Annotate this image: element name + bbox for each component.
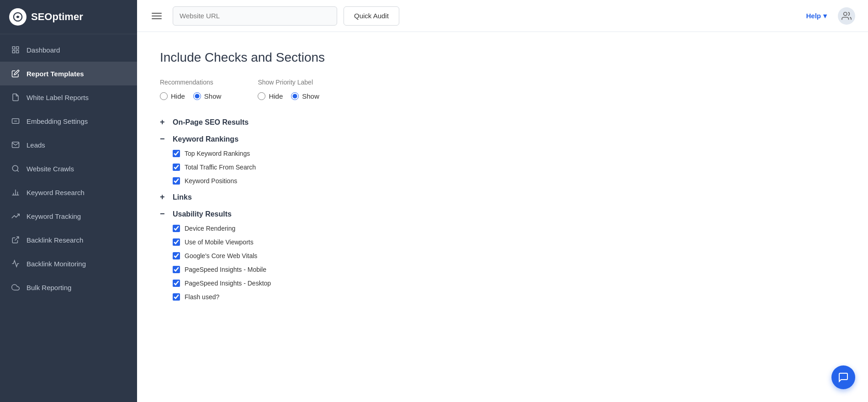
mobile-viewports-label: Use of Mobile Viewports <box>185 238 254 246</box>
core-web-vitals-label: Google's Core Web Vitals <box>185 252 257 259</box>
priority-radio-group: Hide Show <box>258 92 319 100</box>
header: Quick Audit Help ▾ <box>137 0 868 32</box>
sidebar-item-white-label[interactable]: White Label Reports <box>0 85 137 109</box>
top-keyword-rankings-label: Top Keyword Rankings <box>185 150 250 157</box>
cloud-icon <box>11 283 20 292</box>
search-icon <box>11 164 20 173</box>
sidebar-item-dashboard[interactable]: Dashboard <box>0 38 137 62</box>
hamburger-line <box>152 16 162 16</box>
section-usability-results[interactable]: − Usability Results <box>160 205 845 222</box>
section-on-page-seo[interactable]: + On-Page SEO Results <box>160 113 845 130</box>
section-keyword-rankings-label: Keyword Rankings <box>173 135 238 143</box>
core-web-vitals-checkbox[interactable] <box>173 252 180 259</box>
svg-rect-3 <box>12 51 15 53</box>
sidebar-item-label: Keyword Tracking <box>26 212 81 220</box>
section-links-label: Links <box>173 193 192 201</box>
top-keyword-rankings-checkbox[interactable] <box>173 150 180 157</box>
toggle-usability-results: − <box>160 209 169 219</box>
total-traffic-label: Total Traffic From Search <box>185 164 256 171</box>
sidebar-item-leads[interactable]: Leads <box>0 133 137 157</box>
sidebar-item-label: Embedding Settings <box>26 117 88 125</box>
trending-icon <box>11 212 20 221</box>
device-rendering-checkbox[interactable] <box>173 225 180 232</box>
keyword-positions-label: Keyword Positions <box>185 177 237 185</box>
sidebar-item-label: Bulk Reporting <box>26 284 71 291</box>
mobile-viewports-checkbox[interactable] <box>173 238 180 246</box>
grid-icon <box>11 45 20 54</box>
logo-icon <box>9 8 26 26</box>
flash-used-checkbox[interactable] <box>173 293 180 301</box>
help-label: Help <box>806 12 821 20</box>
list-item: Keyword Positions <box>160 174 845 188</box>
sidebar-item-website-crawls[interactable]: Website Crawls <box>0 157 137 180</box>
line-chart-icon <box>11 259 20 268</box>
sidebar-item-label: Report Templates <box>26 70 84 78</box>
embed-icon <box>11 116 20 126</box>
recommendations-show-label: Show <box>204 92 222 100</box>
sidebar-item-label: Dashboard <box>26 46 60 54</box>
sidebar-item-backlink-research[interactable]: Backlink Research <box>0 228 137 252</box>
bar-chart-icon <box>11 188 20 197</box>
svg-rect-2 <box>16 47 19 49</box>
sidebar-item-report-templates[interactable]: Report Templates <box>0 62 137 85</box>
sidebar-item-keyword-research[interactable]: Keyword Research <box>0 180 137 204</box>
page-title: Include Checks and Sections <box>160 50 845 65</box>
recommendations-radio-group: Hide Show <box>160 92 221 100</box>
section-keyword-rankings[interactable]: − Keyword Rankings <box>160 130 845 147</box>
priority-label-group: Show Priority Label Hide Show <box>258 79 319 100</box>
recommendations-hide-label: Hide <box>171 92 185 100</box>
pagespeed-mobile-checkbox[interactable] <box>173 266 180 273</box>
sidebar-item-label: Leads <box>26 141 45 149</box>
section-usability-results-label: Usability Results <box>173 210 232 218</box>
sidebar-item-backlink-monitoring[interactable]: Backlink Monitoring <box>0 252 137 275</box>
chevron-down-icon: ▾ <box>823 12 827 20</box>
svg-line-8 <box>17 170 18 171</box>
hamburger-line <box>152 18 162 19</box>
hamburger-button[interactable] <box>150 11 164 21</box>
sidebar-item-label: Website Crawls <box>26 165 74 173</box>
total-traffic-checkbox[interactable] <box>173 164 180 171</box>
keyword-rankings-items: Top Keyword Rankings Total Traffic From … <box>160 147 845 188</box>
svg-rect-4 <box>16 51 19 53</box>
pagespeed-mobile-label: PageSpeed Insights - Mobile <box>185 266 266 273</box>
priority-hide-radio[interactable] <box>258 92 265 100</box>
document-icon <box>11 93 20 102</box>
url-input[interactable] <box>173 6 337 26</box>
list-item: Google's Core Web Vitals <box>160 249 845 263</box>
nav-items: Dashboard Report Templates White Label R… <box>0 34 137 303</box>
quick-audit-button[interactable]: Quick Audit <box>344 6 399 26</box>
sidebar-item-embedding[interactable]: Embedding Settings <box>0 109 137 133</box>
recommendations-label: Recommendations <box>160 79 221 86</box>
priority-hide-label: Hide <box>269 92 283 100</box>
svg-point-14 <box>844 12 847 15</box>
sidebar-item-bulk-reporting[interactable]: Bulk Reporting <box>0 275 137 299</box>
sidebar-item-keyword-tracking[interactable]: Keyword Tracking <box>0 204 137 228</box>
list-item: Total Traffic From Search <box>160 160 845 174</box>
usability-results-items: Device Rendering Use of Mobile Viewports… <box>160 222 845 304</box>
toggle-keyword-rankings: − <box>160 134 169 144</box>
list-item: Top Keyword Rankings <box>160 147 845 160</box>
list-item: PageSpeed Insights - Mobile <box>160 263 845 276</box>
priority-hide-option[interactable]: Hide <box>258 92 283 100</box>
chat-bubble-button[interactable] <box>831 365 855 389</box>
recommendations-show-option[interactable]: Show <box>193 92 222 100</box>
recommendations-hide-option[interactable]: Hide <box>160 92 185 100</box>
list-item: Flash used? <box>160 290 845 304</box>
help-button[interactable]: Help ▾ <box>806 12 827 20</box>
sidebar-logo: SEOptimer <box>0 0 137 34</box>
recommendations-show-radio[interactable] <box>193 92 201 100</box>
priority-show-radio[interactable] <box>291 92 299 100</box>
pagespeed-desktop-checkbox[interactable] <box>173 280 180 287</box>
user-avatar[interactable] <box>838 7 855 25</box>
priority-label-text: Show Priority Label <box>258 79 319 86</box>
recommendations-group: Recommendations Hide Show <box>160 79 221 100</box>
keyword-positions-checkbox[interactable] <box>173 177 180 185</box>
options-row: Recommendations Hide Show Show Priority … <box>160 79 845 100</box>
logo-text: SEOptimer <box>31 11 83 23</box>
toggle-on-page-seo: + <box>160 117 169 127</box>
recommendations-hide-radio[interactable] <box>160 92 168 100</box>
priority-show-option[interactable]: Show <box>291 92 319 100</box>
section-links[interactable]: + Links <box>160 188 845 205</box>
hamburger-line <box>152 13 162 14</box>
sidebar-item-label: Keyword Research <box>26 189 85 196</box>
